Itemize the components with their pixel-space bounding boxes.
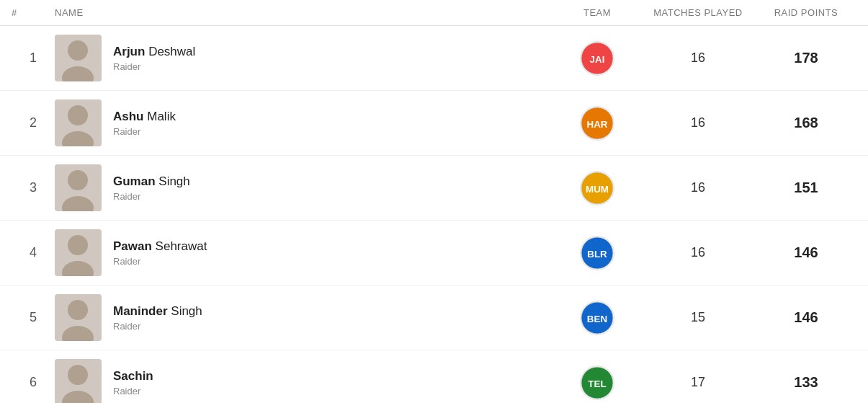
- matches-played: 16: [640, 180, 756, 195]
- leaderboard-table: # Name Team Matches Played Raid Points 1…: [0, 0, 868, 403]
- player-role: Raider: [113, 386, 153, 397]
- avatar: [55, 164, 102, 211]
- team-logo: JAI: [554, 41, 640, 76]
- table-row: 1 Arjun Deshwal Raider JAI 16 178: [0, 26, 868, 91]
- team-badge: JAI: [580, 41, 614, 76]
- avatar: [55, 359, 102, 403]
- matches-played: 17: [640, 375, 756, 390]
- player-name: Arjun Deshwal: [113, 44, 195, 60]
- player-name: Sachin: [113, 368, 153, 384]
- player-name-block: Sachin Raider: [113, 368, 153, 397]
- team-badge: BLR: [580, 236, 614, 270]
- avatar: [55, 294, 102, 341]
- player-name-block: Ashu Malik Raider: [113, 109, 176, 137]
- matches-played: 16: [640, 50, 756, 66]
- avatar: [55, 229, 102, 276]
- header-team: Team: [554, 7, 640, 18]
- team-badge: MUM: [580, 171, 614, 205]
- svg-point-1: [68, 40, 88, 61]
- raid-points: 133: [756, 374, 856, 391]
- table-row: 6 Sachin Raider TEL 17 133: [0, 350, 868, 403]
- table-header: # Name Team Matches Played Raid Points: [0, 0, 868, 26]
- svg-text:TEL: TEL: [588, 378, 606, 389]
- raid-points: 146: [756, 309, 856, 326]
- raid-points: 151: [756, 180, 856, 196]
- raid-points: 178: [756, 50, 856, 66]
- player-info: Arjun Deshwal Raider: [55, 35, 554, 81]
- table-row: 5 Maninder Singh Raider BEN 15 146: [0, 285, 868, 350]
- rank-number: 3: [12, 180, 55, 195]
- team-logo: HAR: [554, 106, 640, 141]
- rank-number: 5: [12, 310, 55, 325]
- player-info: Sachin Raider: [55, 359, 554, 403]
- matches-played: 16: [640, 115, 756, 130]
- rank-number: 4: [12, 245, 55, 260]
- player-role: Raider: [113, 256, 207, 267]
- header-name: Name: [55, 7, 554, 18]
- player-name: Ashu Malik: [113, 109, 176, 125]
- team-badge: TEL: [580, 366, 614, 400]
- team-logo: TEL: [554, 366, 640, 400]
- raid-points: 168: [756, 115, 856, 131]
- team-badge: BEN: [580, 301, 614, 335]
- player-role: Raider: [113, 321, 202, 332]
- team-logo: BLR: [554, 236, 640, 270]
- svg-point-21: [68, 300, 88, 320]
- header-rank: #: [12, 7, 55, 18]
- svg-text:BEN: BEN: [587, 313, 607, 324]
- player-name: Maninder Singh: [113, 304, 202, 319]
- svg-point-6: [68, 105, 88, 125]
- player-info: Maninder Singh Raider: [55, 294, 554, 341]
- player-name-block: Pawan Sehrawat Raider: [113, 239, 207, 267]
- svg-point-11: [68, 170, 88, 190]
- player-info: Pawan Sehrawat Raider: [55, 229, 554, 276]
- header-points: Raid Points: [756, 7, 856, 18]
- table-row: 4 Pawan Sehrawat Raider BLR 16 146: [0, 221, 868, 285]
- svg-point-26: [68, 365, 88, 385]
- player-name-block: Guman Singh Raider: [113, 174, 190, 202]
- table-row: 2 Ashu Malik Raider HAR 16 168: [0, 91, 868, 156]
- matches-played: 16: [640, 245, 756, 260]
- player-name: Guman Singh: [113, 174, 190, 190]
- player-role: Raider: [113, 126, 176, 137]
- svg-text:JAI: JAI: [590, 53, 605, 64]
- table-body: 1 Arjun Deshwal Raider JAI 16 178 2: [0, 26, 868, 403]
- player-info: Guman Singh Raider: [55, 164, 554, 211]
- avatar: [55, 99, 102, 146]
- header-matches: Matches Played: [640, 7, 756, 18]
- player-name-block: Arjun Deshwal Raider: [113, 44, 195, 72]
- avatar: [55, 35, 102, 81]
- player-info: Ashu Malik Raider: [55, 99, 554, 146]
- player-role: Raider: [113, 191, 190, 202]
- table-row: 3 Guman Singh Raider MUM 16 151: [0, 156, 868, 221]
- rank-number: 1: [12, 50, 55, 66]
- player-name: Pawan Sehrawat: [113, 239, 207, 254]
- svg-point-16: [68, 235, 88, 255]
- svg-text:BLR: BLR: [587, 248, 607, 259]
- player-name-block: Maninder Singh Raider: [113, 304, 202, 332]
- player-role: Raider: [113, 61, 195, 72]
- raid-points: 146: [756, 244, 856, 261]
- svg-text:HAR: HAR: [586, 118, 607, 129]
- rank-number: 6: [12, 375, 55, 390]
- team-badge: HAR: [580, 106, 614, 141]
- matches-played: 15: [640, 310, 756, 325]
- svg-text:MUM: MUM: [586, 183, 609, 194]
- rank-number: 2: [12, 115, 55, 130]
- team-logo: MUM: [554, 171, 640, 205]
- team-logo: BEN: [554, 301, 640, 335]
